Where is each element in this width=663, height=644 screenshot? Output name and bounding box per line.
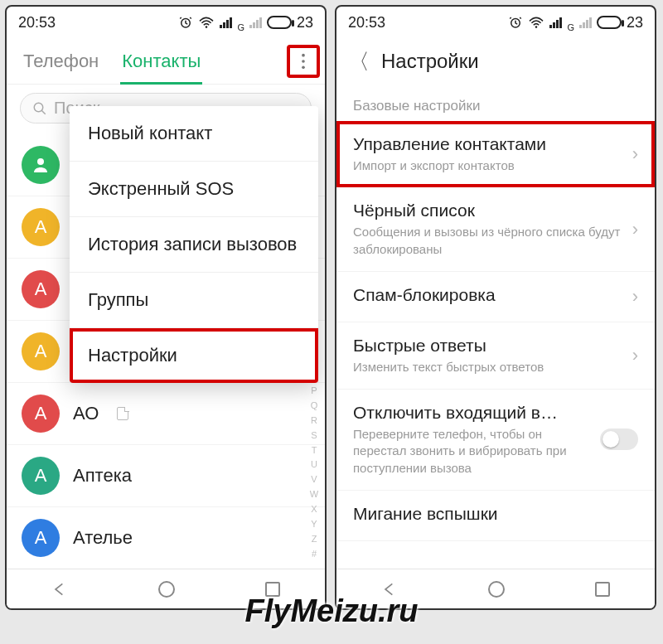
row-title: Управление контактами (353, 134, 624, 154)
back-button[interactable]: 〈 (348, 47, 370, 76)
signal-2-icon (579, 17, 592, 28)
system-nav-bar (336, 569, 655, 608)
network-type: G (567, 22, 574, 32)
row-title: Быстрые ответы (353, 336, 624, 356)
person-icon (31, 155, 51, 175)
list-item[interactable]: А Аптека (7, 445, 325, 507)
network-type: G (237, 22, 244, 32)
signal-1-icon (549, 17, 562, 28)
tab-contacts[interactable]: Контакты (110, 38, 212, 84)
contact-name: Аптека (73, 465, 132, 487)
contacts-screen: 20:53 G 23 Телефон Контакты Поиск (5, 5, 327, 610)
contact-name: АО (73, 403, 99, 424)
row-subtitle: Сообщения и вызовы из чёрного списка буд… (353, 224, 624, 258)
nav-home-icon[interactable] (488, 581, 505, 598)
row-title: Чёрный список (353, 201, 624, 220)
svg-point-2 (302, 53, 305, 56)
menu-new-contact[interactable]: Новый контакт (70, 106, 318, 162)
nav-recents-icon[interactable] (595, 582, 610, 597)
status-time: 20:53 (18, 14, 56, 31)
nav-back-icon[interactable] (381, 581, 398, 598)
chevron-right-icon: › (632, 219, 638, 240)
contact-name: Ателье (73, 527, 133, 549)
avatar (22, 146, 60, 184)
row-blacklist[interactable]: Чёрный список Сообщения и вызовы из чёрн… (336, 187, 655, 272)
row-flip-to-mute[interactable]: Отключить входящий в… Переверните телефо… (336, 390, 655, 491)
menu-groups[interactable]: Группы (70, 273, 318, 328)
battery-icon (267, 16, 292, 29)
toggle-switch[interactable] (600, 429, 638, 450)
alarm-icon (178, 15, 193, 30)
wifi-icon (198, 16, 215, 29)
row-title: Отключить входящий в… (353, 403, 592, 423)
nav-back-icon[interactable] (51, 581, 68, 598)
avatar: А (22, 519, 60, 557)
row-title: Спам-блокировка (353, 285, 624, 305)
list-item[interactable]: А АО (7, 383, 325, 445)
nav-recents-icon[interactable] (265, 582, 280, 597)
list-item[interactable]: А Ателье (7, 507, 325, 569)
menu-settings[interactable]: Настройки (70, 328, 318, 383)
svg-point-6 (37, 158, 44, 165)
avatar: А (22, 395, 60, 433)
chevron-right-icon: › (632, 143, 638, 165)
menu-emergency-sos[interactable]: Экстренный SOS (70, 162, 318, 217)
avatar: А (22, 457, 60, 495)
avatar: А (22, 208, 60, 246)
wifi-icon (528, 16, 544, 29)
signal-2-icon (249, 17, 262, 28)
page-title: Настройки (381, 50, 479, 73)
row-manage-contacts[interactable]: Управление контактами Импорт и экспорт к… (336, 121, 655, 187)
tabs-bar: Телефон Контакты (7, 38, 325, 85)
section-label: Базовые настройки (336, 85, 655, 121)
avatar: А (22, 270, 60, 308)
sim-icon (117, 407, 128, 420)
battery-text: 23 (627, 14, 643, 31)
avatar: А (22, 332, 60, 370)
battery-icon (597, 16, 622, 29)
alarm-icon (508, 15, 523, 30)
overflow-menu: Новый контакт Экстренный SOS История зап… (70, 106, 318, 383)
status-time: 20:53 (348, 14, 385, 31)
row-quick-replies[interactable]: Быстрые ответы Изменить текст быстрых от… (336, 322, 655, 390)
row-subtitle: Изменить текст быстрых ответов (353, 359, 624, 375)
svg-point-4 (302, 65, 305, 69)
chevron-right-icon: › (632, 345, 638, 366)
settings-screen: 20:53 G 23 〈 Настройки Базовые настройки… (335, 5, 656, 610)
chevron-right-icon: › (632, 286, 638, 307)
settings-header: 〈 Настройки (336, 38, 655, 85)
overflow-menu-button[interactable] (287, 45, 320, 78)
status-bar: 20:53 G 23 (336, 7, 655, 38)
battery-text: 23 (297, 14, 313, 31)
row-spam-block[interactable]: Спам-блокировка › (336, 272, 655, 322)
nav-home-icon[interactable] (158, 581, 175, 598)
svg-point-1 (206, 26, 208, 28)
system-nav-bar (7, 569, 325, 608)
svg-point-8 (535, 26, 538, 28)
row-flash-blink[interactable]: Мигание вспышки (336, 491, 655, 541)
menu-call-recording-history[interactable]: История записи вызовов (70, 217, 318, 273)
row-subtitle: Переверните телефон, чтобы он перестал з… (353, 426, 592, 477)
search-icon (32, 101, 47, 116)
tab-phone[interactable]: Телефон (12, 38, 110, 84)
signal-1-icon (220, 17, 232, 28)
status-bar: 20:53 G 23 (7, 7, 325, 38)
more-vert-icon (301, 52, 306, 70)
row-title: Мигание вспышки (353, 504, 638, 524)
row-subtitle: Импорт и экспорт контактов (353, 157, 624, 174)
svg-point-3 (302, 60, 305, 63)
svg-point-5 (34, 103, 43, 112)
